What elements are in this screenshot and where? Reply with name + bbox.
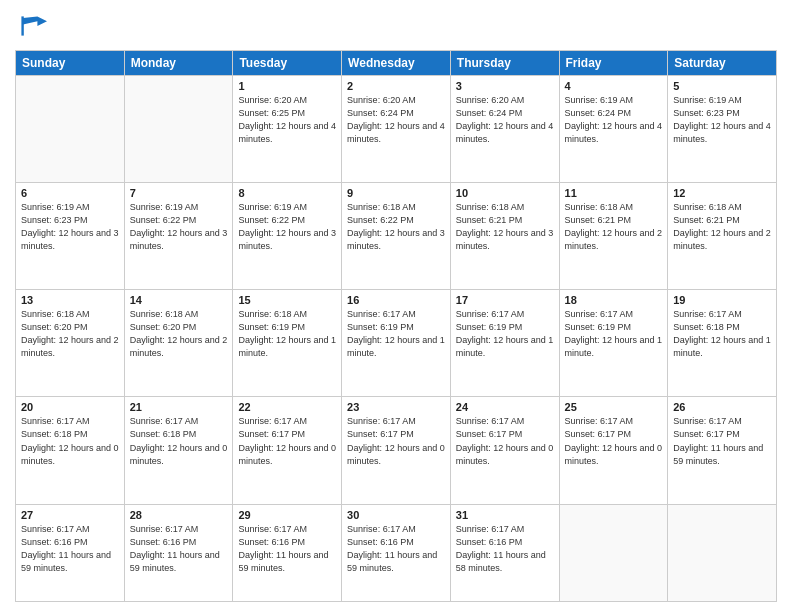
logo [15,10,51,42]
calendar-cell: 27Sunrise: 6:17 AM Sunset: 6:16 PM Dayli… [16,504,125,601]
calendar-cell: 25Sunrise: 6:17 AM Sunset: 6:17 PM Dayli… [559,397,668,504]
day-number: 1 [238,80,336,92]
weekday-header-sunday: Sunday [16,51,125,76]
day-number: 18 [565,294,663,306]
calendar-cell [124,76,233,183]
page: SundayMondayTuesdayWednesdayThursdayFrid… [0,0,792,612]
calendar-cell: 18Sunrise: 6:17 AM Sunset: 6:19 PM Dayli… [559,290,668,397]
calendar-cell: 10Sunrise: 6:18 AM Sunset: 6:21 PM Dayli… [450,183,559,290]
calendar-cell: 24Sunrise: 6:17 AM Sunset: 6:17 PM Dayli… [450,397,559,504]
day-info: Sunrise: 6:17 AM Sunset: 6:17 PM Dayligh… [673,415,771,467]
calendar-cell: 14Sunrise: 6:18 AM Sunset: 6:20 PM Dayli… [124,290,233,397]
weekday-header-tuesday: Tuesday [233,51,342,76]
day-number: 13 [21,294,119,306]
day-info: Sunrise: 6:17 AM Sunset: 6:17 PM Dayligh… [565,415,663,467]
day-info: Sunrise: 6:19 AM Sunset: 6:23 PM Dayligh… [21,201,119,253]
day-number: 28 [130,509,228,521]
calendar-cell: 21Sunrise: 6:17 AM Sunset: 6:18 PM Dayli… [124,397,233,504]
svg-rect-1 [21,16,23,35]
day-info: Sunrise: 6:17 AM Sunset: 6:18 PM Dayligh… [130,415,228,467]
day-info: Sunrise: 6:19 AM Sunset: 6:24 PM Dayligh… [565,94,663,146]
weekday-header-thursday: Thursday [450,51,559,76]
week-row-4: 27Sunrise: 6:17 AM Sunset: 6:16 PM Dayli… [16,504,777,601]
day-number: 20 [21,401,119,413]
calendar-cell: 6Sunrise: 6:19 AM Sunset: 6:23 PM Daylig… [16,183,125,290]
calendar-cell: 30Sunrise: 6:17 AM Sunset: 6:16 PM Dayli… [342,504,451,601]
calendar-cell: 4Sunrise: 6:19 AM Sunset: 6:24 PM Daylig… [559,76,668,183]
day-number: 5 [673,80,771,92]
calendar-cell: 11Sunrise: 6:18 AM Sunset: 6:21 PM Dayli… [559,183,668,290]
week-row-1: 6Sunrise: 6:19 AM Sunset: 6:23 PM Daylig… [16,183,777,290]
day-info: Sunrise: 6:18 AM Sunset: 6:21 PM Dayligh… [565,201,663,253]
logo-icon [15,10,47,42]
weekday-header-wednesday: Wednesday [342,51,451,76]
day-number: 4 [565,80,663,92]
calendar-cell: 7Sunrise: 6:19 AM Sunset: 6:22 PM Daylig… [124,183,233,290]
day-info: Sunrise: 6:17 AM Sunset: 6:19 PM Dayligh… [347,308,445,360]
day-info: Sunrise: 6:17 AM Sunset: 6:16 PM Dayligh… [130,523,228,575]
day-info: Sunrise: 6:20 AM Sunset: 6:24 PM Dayligh… [456,94,554,146]
calendar-cell: 5Sunrise: 6:19 AM Sunset: 6:23 PM Daylig… [668,76,777,183]
day-number: 8 [238,187,336,199]
day-number: 22 [238,401,336,413]
day-number: 31 [456,509,554,521]
weekday-header-saturday: Saturday [668,51,777,76]
day-info: Sunrise: 6:17 AM Sunset: 6:17 PM Dayligh… [238,415,336,467]
day-info: Sunrise: 6:18 AM Sunset: 6:19 PM Dayligh… [238,308,336,360]
calendar-cell: 13Sunrise: 6:18 AM Sunset: 6:20 PM Dayli… [16,290,125,397]
day-info: Sunrise: 6:17 AM Sunset: 6:19 PM Dayligh… [456,308,554,360]
day-number: 2 [347,80,445,92]
day-number: 25 [565,401,663,413]
calendar-cell: 28Sunrise: 6:17 AM Sunset: 6:16 PM Dayli… [124,504,233,601]
day-number: 7 [130,187,228,199]
day-number: 24 [456,401,554,413]
day-number: 16 [347,294,445,306]
calendar-cell: 8Sunrise: 6:19 AM Sunset: 6:22 PM Daylig… [233,183,342,290]
calendar-cell: 26Sunrise: 6:17 AM Sunset: 6:17 PM Dayli… [668,397,777,504]
day-info: Sunrise: 6:20 AM Sunset: 6:24 PM Dayligh… [347,94,445,146]
day-number: 10 [456,187,554,199]
svg-marker-0 [23,16,47,26]
day-number: 9 [347,187,445,199]
header [15,10,777,42]
day-number: 21 [130,401,228,413]
week-row-0: 1Sunrise: 6:20 AM Sunset: 6:25 PM Daylig… [16,76,777,183]
calendar-cell: 23Sunrise: 6:17 AM Sunset: 6:17 PM Dayli… [342,397,451,504]
calendar-cell [16,76,125,183]
day-info: Sunrise: 6:19 AM Sunset: 6:23 PM Dayligh… [673,94,771,146]
calendar-cell: 20Sunrise: 6:17 AM Sunset: 6:18 PM Dayli… [16,397,125,504]
day-number: 17 [456,294,554,306]
day-info: Sunrise: 6:19 AM Sunset: 6:22 PM Dayligh… [130,201,228,253]
day-number: 26 [673,401,771,413]
day-info: Sunrise: 6:17 AM Sunset: 6:18 PM Dayligh… [673,308,771,360]
day-info: Sunrise: 6:18 AM Sunset: 6:22 PM Dayligh… [347,201,445,253]
week-row-2: 13Sunrise: 6:18 AM Sunset: 6:20 PM Dayli… [16,290,777,397]
calendar-cell [559,504,668,601]
day-number: 23 [347,401,445,413]
calendar-table: SundayMondayTuesdayWednesdayThursdayFrid… [15,50,777,602]
day-number: 3 [456,80,554,92]
day-number: 6 [21,187,119,199]
day-info: Sunrise: 6:17 AM Sunset: 6:18 PM Dayligh… [21,415,119,467]
day-info: Sunrise: 6:17 AM Sunset: 6:17 PM Dayligh… [456,415,554,467]
calendar-cell: 12Sunrise: 6:18 AM Sunset: 6:21 PM Dayli… [668,183,777,290]
day-info: Sunrise: 6:17 AM Sunset: 6:16 PM Dayligh… [456,523,554,575]
calendar-cell: 1Sunrise: 6:20 AM Sunset: 6:25 PM Daylig… [233,76,342,183]
calendar-cell: 17Sunrise: 6:17 AM Sunset: 6:19 PM Dayli… [450,290,559,397]
calendar-cell [668,504,777,601]
day-info: Sunrise: 6:18 AM Sunset: 6:21 PM Dayligh… [673,201,771,253]
calendar-cell: 3Sunrise: 6:20 AM Sunset: 6:24 PM Daylig… [450,76,559,183]
day-info: Sunrise: 6:17 AM Sunset: 6:16 PM Dayligh… [347,523,445,575]
weekday-header-friday: Friday [559,51,668,76]
day-info: Sunrise: 6:18 AM Sunset: 6:20 PM Dayligh… [130,308,228,360]
calendar-cell: 29Sunrise: 6:17 AM Sunset: 6:16 PM Dayli… [233,504,342,601]
day-info: Sunrise: 6:17 AM Sunset: 6:16 PM Dayligh… [238,523,336,575]
day-info: Sunrise: 6:18 AM Sunset: 6:20 PM Dayligh… [21,308,119,360]
day-info: Sunrise: 6:19 AM Sunset: 6:22 PM Dayligh… [238,201,336,253]
day-info: Sunrise: 6:20 AM Sunset: 6:25 PM Dayligh… [238,94,336,146]
calendar-cell: 22Sunrise: 6:17 AM Sunset: 6:17 PM Dayli… [233,397,342,504]
calendar-cell: 2Sunrise: 6:20 AM Sunset: 6:24 PM Daylig… [342,76,451,183]
day-info: Sunrise: 6:17 AM Sunset: 6:16 PM Dayligh… [21,523,119,575]
day-number: 12 [673,187,771,199]
calendar-cell: 15Sunrise: 6:18 AM Sunset: 6:19 PM Dayli… [233,290,342,397]
